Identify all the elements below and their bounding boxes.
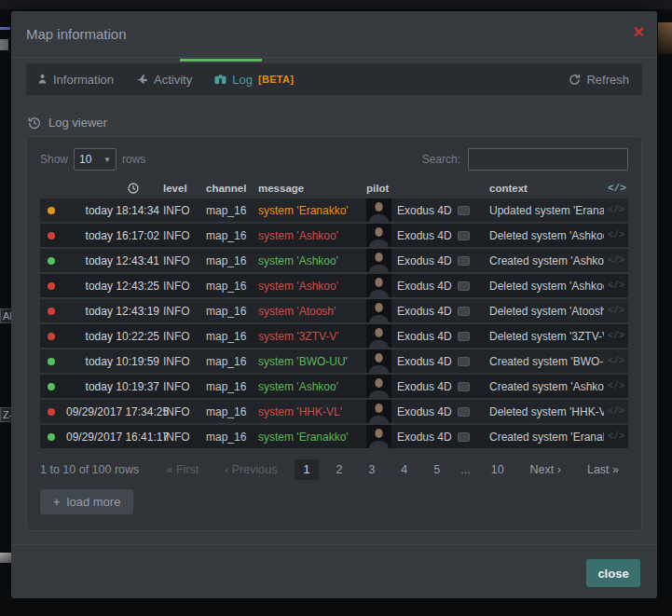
log-row[interactable]: today 12:43:25 INFO map_16 system 'Ashko…: [40, 274, 628, 297]
log-message: system '3ZTV-V': [258, 330, 363, 343]
expand-code-icon[interactable]: </>: [608, 255, 623, 266]
pilot-card-icon[interactable]: [458, 231, 470, 240]
log-time: today 16:17:02: [66, 229, 159, 242]
history-icon: [28, 116, 41, 130]
user-icon: [37, 74, 48, 85]
expand-code-icon[interactable]: </>: [608, 281, 623, 291]
log-message: system 'Ashkoo': [258, 229, 363, 242]
last-page-button[interactable]: Last »: [578, 459, 628, 480]
log-row[interactable]: today 10:19:59 INFO map_16 system 'BWO-U…: [40, 349, 628, 373]
log-context: Deleted system '3ZTV-V' #...: [489, 330, 604, 343]
pilot-card-icon[interactable]: [458, 307, 470, 316]
pilot-card-icon[interactable]: [458, 206, 470, 215]
pilot-name: Exodus 4D: [397, 280, 452, 293]
expand-code-icon[interactable]: </>: [608, 406, 623, 417]
refresh-label: Refresh: [586, 73, 629, 87]
section-heading: Log viewer: [28, 116, 107, 130]
expand-code-icon[interactable]: </>: [608, 306, 623, 316]
dialog-footer: close: [11, 544, 657, 598]
pilot-avatar: [366, 299, 391, 322]
expand-code-icon[interactable]: </>: [608, 381, 623, 391]
tab-information[interactable]: Information: [37, 73, 114, 87]
column-header-message[interactable]: message: [258, 183, 363, 194]
log-row[interactable]: today 12:43:41 INFO map_16 system 'Ashko…: [40, 249, 628, 272]
pilot-card-icon[interactable]: [458, 407, 470, 417]
status-dot: [48, 433, 55, 441]
page-button-4[interactable]: 4: [391, 459, 417, 480]
search-box: Search:: [422, 148, 628, 171]
log-pilot: Exodus 4D: [366, 324, 486, 348]
first-page-button[interactable]: « First: [157, 459, 208, 480]
pilot-name: Exodus 4D: [397, 431, 452, 444]
chevron-down-icon: ▼: [103, 156, 111, 164]
page-button-2[interactable]: 2: [326, 459, 351, 480]
close-icon[interactable]: ×: [633, 22, 644, 41]
page-size-select[interactable]: 10 ▼: [74, 148, 117, 171]
pilot-card-icon[interactable]: [458, 281, 470, 291]
log-time: today 18:14:34: [66, 204, 159, 217]
table-header: level channel message pilot context </>: [40, 178, 628, 198]
log-time: today 10:22:25: [66, 330, 159, 343]
previous-page-button[interactable]: ‹ Previous: [215, 459, 286, 480]
page-button-1[interactable]: 1: [295, 459, 320, 480]
log-row[interactable]: today 16:17:02 INFO map_16 system 'Ashko…: [40, 224, 628, 247]
log-level: INFO: [163, 229, 202, 242]
log-row[interactable]: today 10:22:25 INFO map_16 system '3ZTV-…: [40, 324, 628, 348]
log-row[interactable]: today 10:19:37 INFO map_16 system 'Ashko…: [40, 375, 628, 398]
log-message: system 'Ashkoo': [258, 254, 363, 267]
log-context: Created system 'Ashkoo' ...: [489, 380, 604, 393]
pagination-info: 1 to 10 of 100 rows: [40, 463, 139, 476]
log-pilot: Exodus 4D: [366, 425, 486, 448]
log-context: Created system 'Eranakko...: [489, 431, 604, 444]
expand-code-icon[interactable]: </>: [608, 331, 623, 341]
pilot-avatar: [366, 375, 391, 398]
close-button[interactable]: close: [586, 559, 640, 587]
pilot-name: Exodus 4D: [397, 355, 452, 368]
expand-code-icon[interactable]: </>: [608, 230, 623, 240]
pilot-card-icon[interactable]: [458, 256, 470, 266]
pilot-name: Exodus 4D: [397, 305, 452, 318]
log-pilot: Exodus 4D: [366, 198, 486, 222]
page-button-5[interactable]: 5: [424, 459, 449, 480]
refresh-button[interactable]: Refresh: [569, 73, 629, 87]
column-header-level[interactable]: level: [163, 183, 202, 194]
load-more-label: load more: [67, 495, 121, 509]
log-message: system 'Ashkoo': [258, 280, 363, 293]
column-header-channel[interactable]: channel: [206, 183, 254, 194]
column-header-pilot[interactable]: pilot: [366, 183, 486, 194]
pilot-avatar: [366, 425, 391, 448]
next-page-button[interactable]: Next ›: [521, 459, 570, 480]
log-row[interactable]: today 18:14:34 INFO map_16 system 'Erana…: [40, 198, 628, 222]
pilot-card-icon[interactable]: [458, 382, 470, 391]
log-row[interactable]: 09/29/2017 17:34:25 INFO map_16 system '…: [40, 400, 628, 423]
tab-log[interactable]: Log [BETA]: [214, 73, 294, 87]
expand-code-icon[interactable]: </>: [608, 356, 623, 366]
beta-badge: [BETA]: [258, 74, 294, 85]
log-level: INFO: [163, 204, 202, 217]
pilot-card-icon[interactable]: [458, 357, 470, 366]
section-title: Log viewer: [48, 116, 107, 130]
expand-code-icon[interactable]: </>: [608, 431, 623, 442]
dialog-title: Map information: [26, 26, 127, 42]
log-message: system 'Eranakko': [258, 431, 363, 444]
tab-activity[interactable]: Activity: [136, 73, 192, 87]
load-more-button[interactable]: + load more: [40, 489, 133, 514]
page-ellipsis: ...: [457, 459, 473, 480]
page-button-3[interactable]: 3: [359, 459, 384, 480]
log-row[interactable]: 09/29/2017 16:41:17 INFO map_16 system '…: [40, 425, 628, 448]
log-message: system 'Eranakko': [258, 204, 363, 217]
log-row[interactable]: today 12:43:19 INFO map_16 system 'Atoos…: [40, 299, 628, 322]
status-dot: [48, 308, 55, 315]
table-controls: Show 10 ▼ rows Search:: [40, 146, 628, 172]
status-dot: [48, 408, 55, 416]
page-button-10[interactable]: 10: [482, 459, 514, 480]
background-map-fragment: [0, 39, 8, 50]
search-input[interactable]: [468, 148, 628, 171]
log-channel: map_16: [206, 229, 254, 242]
pilot-card-icon[interactable]: [458, 432, 470, 442]
pilot-card-icon[interactable]: [458, 332, 470, 341]
log-pilot: Exodus 4D: [366, 299, 486, 322]
column-header-context[interactable]: context: [489, 183, 604, 194]
expand-code-icon[interactable]: </>: [608, 205, 623, 215]
log-channel: map_16: [206, 380, 254, 393]
